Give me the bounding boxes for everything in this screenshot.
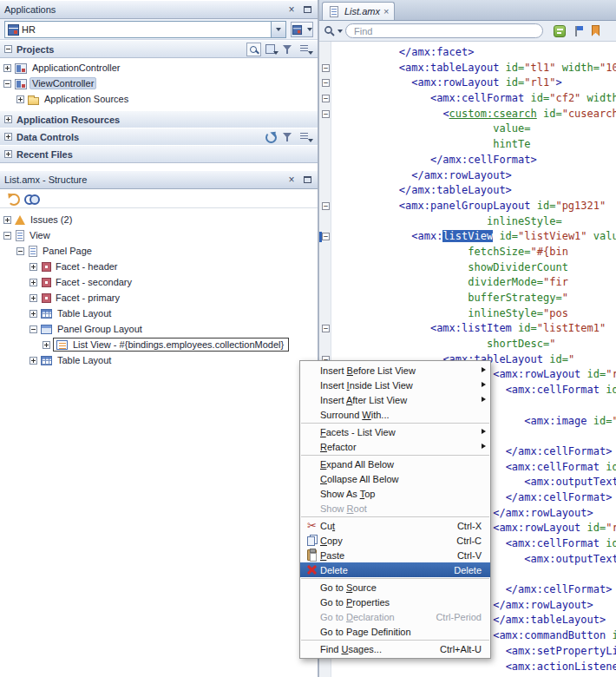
fold-toggle-icon[interactable]: − bbox=[322, 95, 330, 102]
code-line[interactable]: dividerMode="fir bbox=[319, 275, 616, 291]
expand-icon[interactable] bbox=[29, 357, 37, 365]
tab-list-amx[interactable]: List.amx × bbox=[322, 2, 395, 20]
menu-item-insert-inside-list-view[interactable]: Insert Inside List View bbox=[300, 378, 490, 392]
fold-toggle-icon[interactable]: − bbox=[322, 110, 330, 118]
code-line[interactable]: hintTe bbox=[319, 137, 616, 153]
application-menu-button[interactable] bbox=[291, 22, 313, 37]
projects-section-header[interactable]: Projects bbox=[0, 40, 318, 58]
fold-toggle-icon[interactable]: − bbox=[322, 202, 330, 210]
search-icon[interactable] bbox=[246, 43, 261, 56]
search-options-caret-icon[interactable] bbox=[337, 30, 343, 33]
fold-toggle-icon[interactable]: − bbox=[322, 79, 330, 87]
code-line[interactable]: shortDesc=" bbox=[319, 337, 616, 352]
menu-item-show-root[interactable]: Show Root bbox=[300, 501, 490, 516]
code-line[interactable]: </amx:rowLayout> bbox=[319, 168, 616, 184]
code-line[interactable]: </amx:cellFormat> bbox=[319, 153, 616, 168]
workspace-dropdown-icon[interactable] bbox=[271, 22, 285, 37]
menu-item-go-to-source[interactable]: Go to Source bbox=[300, 580, 490, 595]
menu-item-collapse-all-below[interactable]: Collapse All Below bbox=[300, 471, 490, 486]
find-input[interactable] bbox=[345, 23, 543, 38]
expand-icon[interactable] bbox=[16, 95, 24, 103]
menu-item-cut[interactable]: ✂CutCtrl-X bbox=[300, 518, 490, 533]
code-line[interactable]: showDividerCount bbox=[319, 260, 616, 276]
menu-item-insert-after-list-view[interactable]: Insert After List View bbox=[300, 392, 490, 407]
expand-icon[interactable] bbox=[29, 310, 37, 318]
tree-item-facet-header[interactable]: Facet - header bbox=[0, 259, 318, 274]
tree-item-issues-2[interactable]: Issues (2) bbox=[0, 212, 318, 227]
bookmark-icon[interactable] bbox=[592, 25, 600, 36]
tree-item-applicationcontroller[interactable]: ApplicationController bbox=[0, 60, 318, 76]
menu-item-insert-before-list-view[interactable]: Insert Before List View bbox=[300, 363, 490, 378]
tree-item-viewcontroller[interactable]: ViewController bbox=[0, 76, 318, 91]
fold-toggle-icon[interactable]: − bbox=[322, 325, 330, 332]
expand-icon[interactable] bbox=[29, 263, 37, 271]
tree-item-facet-primary[interactable]: Facet - primary bbox=[0, 290, 318, 306]
view-options-icon[interactable] bbox=[298, 130, 313, 144]
expand-icon[interactable] bbox=[43, 341, 50, 349]
tree-item-list-view-bindings-employees-collectionmodel[interactable]: List View - #{bindings.employees.collect… bbox=[0, 337, 318, 352]
menu-item-find-usages[interactable]: Find Usages...Ctrl+Alt-U bbox=[300, 641, 490, 656]
focused-tree-item[interactable]: List View - #{bindings.employees.collect… bbox=[53, 338, 289, 352]
menu-item-go-to-properties[interactable]: Go to Properties bbox=[300, 595, 490, 609]
code-line[interactable]: − <amx:panelGroupLayout id="pg1321" bbox=[319, 199, 616, 214]
navigate-icon[interactable] bbox=[264, 43, 279, 56]
tree-item-facet-secondary[interactable]: Facet - secondary bbox=[0, 274, 318, 290]
expand-icon[interactable] bbox=[29, 294, 37, 302]
view-options-icon[interactable] bbox=[298, 43, 313, 56]
collapse-icon[interactable] bbox=[3, 232, 11, 240]
collapse-icon[interactable] bbox=[16, 247, 24, 255]
code-line[interactable]: − <amx:listView id="listView1" value="#{… bbox=[319, 229, 616, 245]
tree-item-panel-page[interactable]: Panel Page bbox=[0, 243, 318, 259]
expand-icon[interactable] bbox=[3, 216, 11, 224]
dock-icon[interactable] bbox=[301, 3, 313, 16]
collapse-icon[interactable] bbox=[4, 45, 12, 53]
expand-icon[interactable] bbox=[4, 115, 12, 123]
code-line[interactable]: value= bbox=[319, 122, 616, 137]
code-line[interactable]: <amx:actionListener binding= bbox=[319, 660, 616, 675]
tree-item-panel-group-layout[interactable]: Panel Group Layout bbox=[0, 321, 318, 337]
code-line[interactable]: − <amx:cellFormat id="cf2" width="100%"> bbox=[319, 91, 616, 107]
code-line[interactable]: inlineStyle= bbox=[319, 214, 616, 230]
expand-icon[interactable] bbox=[4, 133, 12, 141]
freeze-view-icon[interactable] bbox=[23, 192, 38, 206]
menu-item-show-as-top[interactable]: Show As Top bbox=[300, 486, 490, 501]
expand-icon[interactable] bbox=[3, 64, 11, 72]
fold-toggle-icon[interactable]: − bbox=[322, 64, 330, 72]
code-line[interactable]: fetchSize="#{bin bbox=[319, 245, 616, 260]
menu-item-go-to-declaration[interactable]: Go to DeclarationCtrl-Period bbox=[300, 609, 490, 624]
code-line[interactable]: − <custom:csearch id="cusearch1" bbox=[319, 107, 616, 122]
expand-icon[interactable] bbox=[29, 279, 37, 286]
tree-item-application-sources[interactable]: Application Sources bbox=[0, 91, 318, 107]
search-icon[interactable] bbox=[324, 25, 335, 36]
tree-item-table-layout[interactable]: Table Layout bbox=[0, 306, 318, 321]
expand-icon[interactable] bbox=[4, 150, 12, 158]
code-line[interactable]: </amx:facet> bbox=[319, 45, 616, 61]
fold-toggle-icon[interactable]: − bbox=[322, 233, 330, 240]
dock-icon[interactable] bbox=[301, 174, 313, 186]
recent-files-header[interactable]: Recent Files bbox=[0, 145, 318, 163]
collapse-icon[interactable] bbox=[29, 325, 37, 333]
menu-item-copy[interactable]: CopyCtrl-C bbox=[300, 533, 490, 548]
code-line[interactable]: inlineStyle="pos bbox=[319, 306, 616, 322]
flag-icon[interactable] bbox=[573, 25, 584, 37]
code-line[interactable]: − <amx:rowLayout id="rl1"> bbox=[319, 76, 616, 91]
menu-item-expand-all-below[interactable]: Expand All Below bbox=[300, 457, 490, 471]
menu-item-paste[interactable]: PasteCtrl-V bbox=[300, 548, 490, 562]
code-line[interactable]: − <amx:listItem id="listItem1" bbox=[319, 321, 616, 337]
filter-icon[interactable] bbox=[281, 130, 296, 144]
filter-icon[interactable] bbox=[281, 43, 296, 56]
highlight-matches-icon[interactable] bbox=[554, 25, 566, 37]
application-resources-header[interactable]: Application Resources bbox=[0, 110, 318, 128]
tree-item-table-layout[interactable]: Table Layout bbox=[0, 352, 318, 368]
code-line[interactable]: − <amx:tableLayout id="tl1" width="100%"… bbox=[319, 61, 616, 76]
close-icon[interactable]: × bbox=[285, 174, 298, 186]
menu-item-facets-list-view[interactable]: Facets - List View bbox=[300, 424, 490, 439]
close-icon[interactable]: × bbox=[285, 3, 298, 16]
workspace-selector[interactable]: HR bbox=[4, 21, 286, 38]
sync-icon[interactable] bbox=[264, 130, 279, 144]
menu-item-refactor[interactable]: Refactor bbox=[300, 439, 490, 454]
refresh-icon[interactable] bbox=[6, 192, 21, 206]
data-controls-header[interactable]: Data Controls bbox=[0, 128, 318, 146]
code-line[interactable]: bufferStrategy=" bbox=[319, 291, 616, 306]
menu-item-surround-with[interactable]: Surround With... bbox=[300, 407, 490, 422]
